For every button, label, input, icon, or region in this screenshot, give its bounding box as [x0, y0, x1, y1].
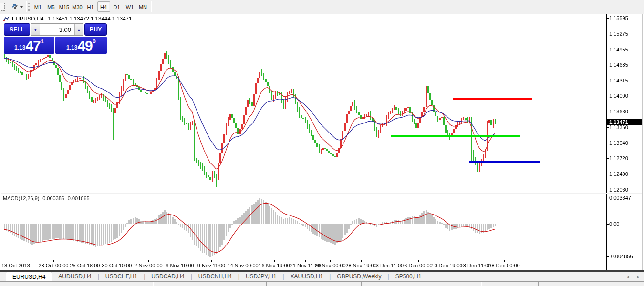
price-tick-label: 1.14635	[609, 62, 642, 68]
price-tick-label: 1.14955	[609, 47, 642, 52]
buy-price-big: 49	[77, 39, 92, 53]
toolbar-separator	[151, 1, 152, 12]
sell-button[interactable]: SELL	[4, 23, 30, 36]
chart-title: EURUSD,H4 1.13451 1.13472 1.13444 1.1347…	[3, 16, 132, 21]
macd-tick-label: 0.003847	[609, 195, 642, 201]
buy-price-prefix: 1.13	[66, 42, 77, 53]
time-tick-label: 30 Oct 10:00	[101, 263, 133, 268]
time-tick-label: 6 Dec 00:00	[403, 263, 434, 268]
status-bar-divider	[361, 282, 362, 286]
time-tick-label: 9 Nov 11:00	[196, 263, 227, 268]
chart-tab-EURUSD-H4[interactable]: EURUSD,H4	[6, 272, 52, 281]
tab-scroll-arrows: ◄ ►	[626, 272, 640, 282]
volume-stepper: ▼ 3.00 ▲	[31, 23, 83, 36]
tile-windows-icon[interactable]	[10, 2, 23, 11]
symbol-period-label: EURUSD,H4	[12, 16, 43, 21]
timeframe-button-M1[interactable]: M1	[31, 1, 44, 12]
buy-button[interactable]: BUY	[84, 23, 107, 36]
time-tick-label: 25 Oct 18:00	[69, 263, 101, 268]
time-tick-label: 18 Oct 2018	[1, 263, 30, 268]
buy-price-sup: 0	[93, 38, 96, 44]
status-bar-divider	[481, 282, 482, 286]
time-tick-label: 28 Nov 19:00	[345, 263, 377, 268]
price-tick-label: 1.13680	[609, 109, 642, 114]
price-tick-label: 1.12400	[609, 171, 642, 177]
chart-tab-USDJPY-H1[interactable]: USDJPY,H1	[239, 272, 282, 281]
macd-tick-label: 0.00	[609, 221, 642, 227]
time-tick-label: 2 Nov 00:00	[133, 263, 164, 268]
status-bar-divider	[538, 282, 539, 286]
chart-tab-GBPUSD-Weekly[interactable]: GBPUSD,Weekly	[331, 272, 387, 281]
tab-scroll-left-icon[interactable]: ◄	[626, 275, 630, 279]
status-bar-divider	[153, 282, 154, 286]
chart-tab-USDCAD-H4[interactable]: USDCAD,H4	[145, 272, 190, 281]
sell-price-sup: 1	[41, 38, 44, 44]
timeframe-button-H1[interactable]: H1	[84, 1, 97, 12]
buy-price-panel[interactable]: 1.13490	[55, 37, 107, 54]
time-tick-label: 23 Oct 00:00	[38, 263, 69, 268]
chart-tab-XAUUSD-H1[interactable]: XAUUSD,H1	[284, 272, 330, 281]
toolbar-grip[interactable]	[28, 2, 30, 11]
price-tick-label: 1.12720	[609, 155, 642, 161]
toolbar: M1M5M15M30H1H4D1W1MN	[0, 0, 644, 14]
ohlc-values: 1.13451 1.13472 1.13444 1.13471	[48, 16, 132, 21]
current-price-marker: 1.13471	[607, 119, 642, 125]
price-tick-label: 1.15275	[609, 31, 642, 37]
time-tick-label: 10 Dec 19:00	[431, 263, 463, 268]
timeframe-button-W1[interactable]: W1	[124, 1, 136, 12]
terminal-window: M1M5M15M30H1H4D1W1MN EURUSD,H4 1.13451 1…	[0, 0, 644, 286]
chart-tab-AUDUSD-H4[interactable]: AUDUSD,H4	[52, 272, 97, 281]
chart-tab-bar: EURUSD,H4AUDUSD,H4|USDCHF,H1|USDCAD,H4|U…	[0, 271, 644, 281]
volume-input[interactable]: 3.00	[40, 24, 74, 35]
chart-tab-SP500-H1[interactable]: SP500,H1	[389, 272, 428, 281]
one-click-trade-panel: SELL ▼ 3.00 ▲ BUY 1.13471 1.13490	[4, 23, 107, 54]
time-tick-label: 16 Nov 19:00	[259, 263, 290, 268]
timeframe-button-M5[interactable]: M5	[45, 1, 58, 12]
cropped-toolbar-icon[interactable]	[0, 3, 5, 11]
macd-tick-label: -0.004856	[609, 254, 642, 259]
time-tick-label: 13 Dec 11:00	[460, 263, 491, 268]
chart-type-icon	[3, 16, 10, 21]
price-tick-label: 1.13040	[609, 140, 642, 146]
price-tick-label: 1.14000	[609, 93, 642, 99]
time-tick-label: 14 Nov 00:00	[227, 263, 259, 268]
status-bar-divider	[266, 282, 267, 286]
chart-tab-USDCNH-H4[interactable]: USDCNH,H4	[192, 272, 238, 281]
time-tick-label: 24 Nov 00:00	[314, 263, 346, 268]
volume-decrease-button[interactable]: ▼	[31, 24, 40, 35]
price-tick-label: 1.15595	[609, 15, 642, 21]
time-tick-label: 3 Dec 11:00	[374, 263, 405, 268]
chart-tab-USDCHF-H1[interactable]: USDCHF,H1	[99, 272, 144, 281]
toolbar-separator	[26, 1, 27, 12]
price-tick-label: 1.12080	[609, 187, 642, 193]
sell-price-big: 47	[25, 39, 40, 53]
sell-price-panel[interactable]: 1.13471	[4, 37, 54, 54]
volume-increase-button[interactable]: ▲	[74, 24, 83, 35]
tab-scroll-right-icon[interactable]: ►	[636, 275, 640, 279]
price-tick-label: 1.14315	[609, 78, 642, 83]
time-tick-label: 6 Nov 19:00	[164, 263, 196, 268]
timeframe-button-H4[interactable]: H4	[97, 1, 110, 12]
timeframe-button-MN[interactable]: MN	[136, 1, 149, 12]
timeframe-button-M15[interactable]: M15	[58, 1, 71, 12]
macd-indicator-label: MACD(12,26,9) -0.000386 -0.001065	[3, 195, 90, 201]
status-bar	[0, 281, 644, 286]
timeframe-button-D1[interactable]: D1	[110, 1, 123, 12]
time-tick-label: 18 Dec 00:00	[488, 263, 520, 268]
timeframe-button-M30[interactable]: M30	[71, 1, 84, 12]
sell-price-prefix: 1.13	[14, 42, 25, 53]
